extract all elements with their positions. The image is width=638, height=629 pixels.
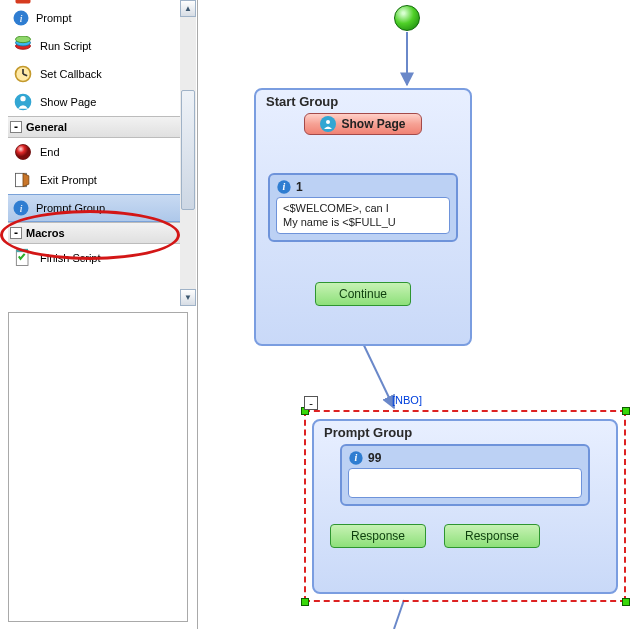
- tree-header-label: General: [26, 121, 67, 133]
- prompt-line: <$WELCOME>, can I: [283, 201, 443, 215]
- prompt-card-99[interactable]: i 99: [340, 444, 590, 506]
- property-pane: [8, 312, 188, 622]
- resize-handle-se[interactable]: [622, 598, 630, 606]
- tree-item-label: Run Script: [40, 40, 91, 52]
- flow-canvas[interactable]: Start Group Show Page i 1 <$WELCOME>, ca…: [199, 0, 638, 629]
- tree-item-label: End: [40, 146, 60, 158]
- scroll-up-icon[interactable]: ▲: [180, 0, 196, 17]
- svg-point-8: [20, 96, 25, 101]
- tree-item-label: Finish Script: [40, 252, 101, 264]
- tree-item-show-page[interactable]: Show Page: [8, 88, 188, 116]
- tree-item-label: Prompt Group: [36, 202, 105, 214]
- svg-rect-0: [16, 0, 31, 4]
- tree-item-end[interactable]: End: [8, 138, 188, 166]
- edge-label: [NBO]: [392, 394, 422, 406]
- prompt-line: My name is <$FULL_U: [283, 215, 443, 229]
- response-label: Response: [465, 529, 519, 543]
- tree-header-label: Macros: [26, 227, 65, 239]
- tree-item-label: Prompt: [36, 12, 71, 24]
- script-icon: [12, 35, 34, 57]
- svg-point-18: [326, 120, 330, 124]
- svg-text:i: i: [355, 452, 358, 463]
- info-icon: i: [12, 9, 30, 27]
- start-node[interactable]: [394, 5, 420, 31]
- showpage-icon: [320, 116, 336, 132]
- continue-label: Continue: [339, 287, 387, 301]
- tree-item-set-callback[interactable]: Set Callback: [8, 60, 188, 88]
- finish-icon: [12, 247, 34, 269]
- prompt-text[interactable]: [348, 468, 582, 498]
- prompt-text[interactable]: <$WELCOME>, can I My name is <$FULL_U: [276, 197, 450, 234]
- component-tree: i Prompt Run Script Set Callback Show Pa…: [8, 0, 188, 306]
- group-title: Prompt Group: [314, 421, 616, 444]
- tree-item-label: Set Callback: [40, 68, 102, 80]
- collapse-icon[interactable]: -: [10, 121, 22, 133]
- callback-icon: [12, 63, 34, 85]
- info-icon: i: [12, 199, 30, 217]
- start-group-box[interactable]: Start Group Show Page i 1 <$WELCOME>, ca…: [254, 88, 472, 346]
- response-button-2[interactable]: Response: [444, 524, 540, 548]
- svg-line-17: [394, 600, 404, 629]
- tree-item-finish-script[interactable]: Finish Script: [8, 244, 188, 272]
- tree-item-label: Exit Prompt: [40, 174, 97, 186]
- prompt-id: 1: [296, 180, 303, 194]
- tree-item-prompt-group[interactable]: i Prompt Group: [8, 194, 188, 222]
- svg-text:i: i: [19, 12, 22, 24]
- tree-item-run-script[interactable]: Run Script: [8, 32, 188, 60]
- svg-text:i: i: [283, 181, 286, 192]
- generic-icon: [12, 0, 34, 7]
- show-page-label: Show Page: [341, 117, 405, 131]
- scroll-down-icon[interactable]: ▼: [180, 289, 196, 306]
- collapse-icon[interactable]: -: [10, 227, 22, 239]
- response-button-1[interactable]: Response: [330, 524, 426, 548]
- tree-item-prompt[interactable]: i Prompt: [8, 4, 188, 32]
- continue-button[interactable]: Continue: [315, 282, 411, 306]
- minus-icon: -: [308, 398, 315, 409]
- svg-text:i: i: [19, 202, 22, 214]
- resize-handle-sw[interactable]: [301, 598, 309, 606]
- tree-item-exit-prompt[interactable]: Exit Prompt: [8, 166, 188, 194]
- show-page-button[interactable]: Show Page: [304, 113, 422, 135]
- group-collapse-toggle[interactable]: -: [304, 396, 318, 410]
- prompt-id: 99: [368, 451, 381, 465]
- showpage-icon: [12, 91, 34, 113]
- svg-point-9: [16, 145, 31, 160]
- tree-header-general[interactable]: - General: [8, 116, 188, 138]
- info-icon: i: [276, 179, 292, 195]
- tree-scrollbar[interactable]: ▲ ▼: [180, 0, 196, 306]
- red-ball-icon: [12, 141, 34, 163]
- prompt-group-box[interactable]: Prompt Group i 99 Response Response: [312, 419, 618, 594]
- tree-header-macros[interactable]: - Macros: [8, 222, 188, 244]
- exit-icon: [12, 169, 34, 191]
- info-icon: i: [348, 450, 364, 466]
- group-title: Start Group: [256, 90, 470, 113]
- prompt-card-1[interactable]: i 1 <$WELCOME>, can I My name is <$FULL_…: [268, 173, 458, 242]
- scroll-thumb[interactable]: [181, 90, 195, 210]
- resize-handle-ne[interactable]: [622, 407, 630, 415]
- response-label: Response: [351, 529, 405, 543]
- tree-item-label: Show Page: [40, 96, 96, 108]
